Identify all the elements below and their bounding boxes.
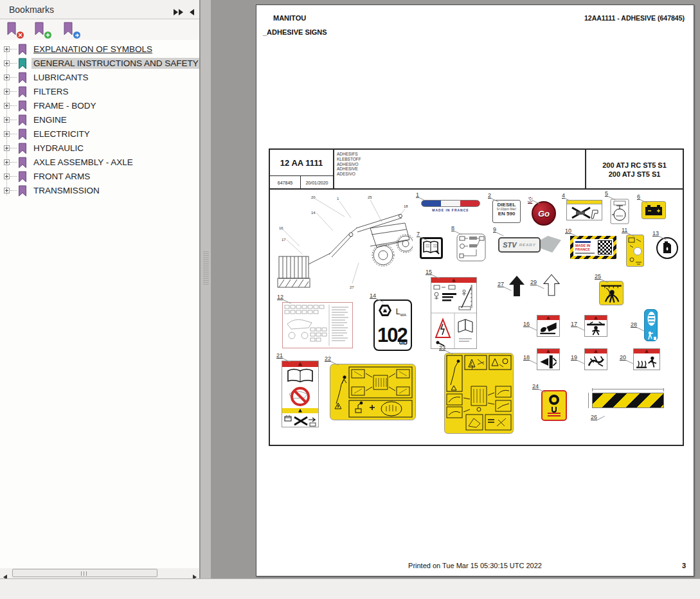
- delete-bookmark-button[interactable]: [6, 22, 22, 37]
- expand-plus-icon[interactable]: [4, 60, 10, 66]
- svg-text:16: 16: [279, 226, 283, 230]
- adhesive-sign-5: 5: [610, 199, 629, 224]
- expand-plus-icon[interactable]: [4, 188, 10, 193]
- adhesive-sign-1: 1 MADE IN FRANCE: [421, 200, 480, 214]
- svg-text:14: 14: [311, 211, 316, 215]
- expand-plus-icon[interactable]: [4, 131, 10, 137]
- callout-number: 27: [498, 281, 504, 287]
- callout-number: 28: [631, 321, 637, 328]
- part-code: 12 AA 1111: [270, 150, 333, 175]
- scroll-right-icon[interactable]: [193, 571, 197, 578]
- bookmark-item-electricity[interactable]: ELECTRICITY: [0, 127, 199, 141]
- callout-number: 23: [439, 344, 445, 351]
- title-block-code-cell: 12 AA 1111 647845 20/01/2020: [270, 150, 334, 190]
- title-block-models: 200 ATJ RC ST5 S1 200 ATJ ST5 S1: [585, 150, 683, 190]
- bookmark-item-frame-body[interactable]: FRAME - BODY: [0, 99, 199, 113]
- splitter-grip-icon[interactable]: [203, 251, 208, 285]
- callout-number: 17: [571, 321, 577, 327]
- green-plus-icon: [44, 31, 51, 39]
- bookmark-item-axle-assembly[interactable]: AXLE ASSEMBLY - AXLE: [0, 156, 199, 170]
- controls-large-art: [444, 353, 514, 434]
- france-flag-icon: [421, 200, 480, 207]
- panel-splitter[interactable]: [201, 0, 211, 578]
- bookmark-icon: [18, 143, 27, 154]
- expand-plus-icon[interactable]: [4, 75, 10, 80]
- expand-plus-icon[interactable]: [4, 174, 10, 179]
- pdf-viewer-window: Bookmarks: [0, 0, 700, 599]
- panel-horizontal-scrollbar[interactable]: [0, 568, 200, 578]
- go-to-bookmark-button[interactable]: [63, 22, 78, 37]
- callout-number: 5: [605, 190, 608, 197]
- callout-number: 7: [417, 231, 420, 237]
- bookmark-ribbon-icon: [6, 22, 17, 35]
- page-header-brand: MANITOU: [273, 14, 306, 22]
- bookmark-item-engine[interactable]: ENGINE: [0, 113, 199, 127]
- scrollbar-thumb[interactable]: [12, 569, 157, 577]
- svg-text:18: 18: [404, 204, 408, 208]
- bookmarks-panel-header: Bookmarks: [0, 0, 199, 19]
- callout-number: 1: [416, 192, 419, 198]
- battery-icon: [645, 204, 663, 216]
- adhesive-sign-10: 10 MADE IN FRANCE: [570, 236, 616, 259]
- bookmark-item-explanation-of-symbols[interactable]: EXPLANATION OF SYMBOLS: [0, 42, 199, 57]
- expand-plus-icon[interactable]: [4, 117, 10, 123]
- adhesive-sign-18: 18: [537, 348, 560, 370]
- adhesive-sign-14: 14 LWA 102 dB: [373, 300, 412, 351]
- expand-plus-icon[interactable]: [4, 46, 10, 52]
- title-block: 12 AA 1111 647845 20/01/2020 ADHESIFS KL…: [270, 150, 683, 190]
- adhesive-sign-8: 8: [456, 233, 486, 262]
- up-arrow-black-icon: [509, 276, 525, 296]
- expand-all-icon[interactable]: [174, 9, 183, 15]
- no-wash-glyph: [568, 205, 600, 220]
- callout-number: 6: [637, 193, 640, 200]
- controls-label-art: [330, 364, 416, 420]
- blue-arrow-icon: [73, 31, 80, 39]
- expand-plus-icon[interactable]: [4, 103, 10, 109]
- svg-text:27: 27: [350, 285, 354, 289]
- page-footer-text: Printed on Tue Mar 15 05:30:15 UTC 2022: [256, 562, 694, 569]
- up-arrow-outline-icon: [543, 274, 560, 296]
- adhesive-sign-22: 22: [330, 364, 416, 420]
- collapse-panel-icon[interactable]: [190, 6, 194, 18]
- svg-text:1: 1: [337, 197, 339, 201]
- scroll-left-icon[interactable]: [3, 571, 7, 578]
- bookmark-item-hydraulic[interactable]: HYDRAULIC: [0, 141, 199, 156]
- document-viewport: MANITOU 12AA1111 - ADHESIVE (647845) _AD…: [211, 0, 700, 578]
- load-chart-art: [431, 277, 477, 349]
- oil-jug-icon: [661, 241, 674, 255]
- bookmark-item-front-arms[interactable]: FRONT ARMS: [0, 170, 199, 184]
- adhesive-sign-29: 29: [543, 274, 560, 296]
- adhesive-sign-27: 27: [509, 276, 525, 296]
- bookmark-ribbon-icon: [34, 22, 44, 35]
- svg-text:20: 20: [311, 195, 316, 199]
- bookmark-icon: [18, 44, 27, 55]
- bookmark-icon: [18, 72, 27, 84]
- callout-number: 4: [562, 192, 565, 199]
- expand-plus-icon[interactable]: [4, 89, 10, 94]
- bookmark-item-lubricants[interactable]: LUBRICANTS: [0, 71, 199, 85]
- qr-code-icon: [598, 240, 612, 255]
- multi-warning-art: [282, 361, 319, 427]
- bookmark-item-filters[interactable]: FILTERS: [0, 85, 199, 99]
- diagram-frame: 12 AA 1111 647845 20/01/2020 ADHESIFS KL…: [269, 148, 684, 446]
- bookmark-item-general-instructions[interactable]: GENERAL INSTRUCTIONS AND SAFETY: [0, 57, 199, 71]
- new-bookmark-button[interactable]: [34, 22, 49, 37]
- bookmarks-panel-title: Bookmarks: [9, 4, 54, 15]
- electrocution-glyph: [600, 282, 623, 305]
- pdf-page: MANITOU 12AA1111 - ADHESIVE (647845) _AD…: [256, 4, 694, 577]
- page-header-reference: 12AA1111 - ADHESIVE (647845): [584, 14, 685, 22]
- bookmark-icon: [18, 171, 27, 183]
- expand-plus-icon[interactable]: [4, 145, 10, 151]
- adhesive-sign-17: 17: [584, 315, 607, 337]
- bookmark-icon: [18, 58, 27, 69]
- callout-number: 22: [325, 355, 331, 362]
- callout-number: 8: [451, 225, 454, 231]
- pinch-glyph: [539, 355, 558, 369]
- callout-number: 2: [488, 192, 491, 199]
- expand-plus-icon[interactable]: [4, 159, 10, 165]
- callout-number: 9: [493, 226, 496, 233]
- bookmark-item-transmission[interactable]: TRANSMISSION: [0, 184, 199, 198]
- callout-number: 15: [426, 269, 432, 275]
- adhesive-sign-15: 15: [431, 277, 477, 349]
- bookmark-ribbon-icon: [63, 22, 73, 35]
